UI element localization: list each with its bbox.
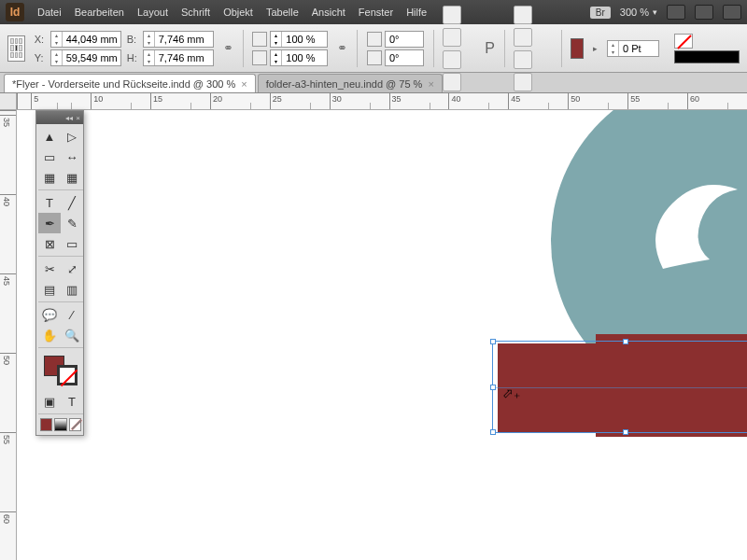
stroke-style-dropdown[interactable] [674,50,740,63]
workspace-icon[interactable] [723,5,741,20]
page-tool[interactable]: ▭ [38,147,61,167]
apply-none-icon[interactable] [69,418,81,431]
rectangle-frame-tool[interactable]: ⊠ [38,233,61,254]
selection-frame [492,341,747,433]
content-placer-tool[interactable]: ▦ [61,167,83,188]
document-tabs: *Flyer - Vorderseite und Rückseite.indd … [0,73,747,93]
selection-tool[interactable]: ▲ [38,126,61,147]
flip-h-icon[interactable] [443,28,461,47]
stroke-weight-field[interactable]: ▴▾ [607,40,659,57]
no-stroke-swatch[interactable] [674,34,693,49]
select-content-icon[interactable] [514,28,532,47]
scissors-tool[interactable]: ✂ [38,259,61,279]
y-field[interactable]: ▴▾ [50,49,121,66]
select-container-icon[interactable] [514,6,532,24]
select-prev-icon[interactable] [514,50,532,69]
link-wh-icon[interactable]: ⚭ [223,34,233,63]
type-tool[interactable]: T [38,192,61,213]
control-panel: X: ▴▾ B: ▴▾ Y: ▴▾ H: ▴▾ ⚭ ▴▾ ▴▾ ⚭ P [0,24,747,73]
rotate-field[interactable] [385,31,424,48]
link-scale-icon[interactable]: ⚭ [337,34,347,63]
x-label: X: [35,34,48,45]
scale-y-icon [252,50,267,65]
ruler-vertical[interactable]: 3540 4550 5560 6570 [0,110,17,560]
pencil-tool[interactable]: ✎ [61,213,83,233]
menu-tabelle[interactable]: Tabelle [266,7,299,18]
menu-bearbeiten[interactable]: Bearbeiten [75,7,124,18]
menu-schrift[interactable]: Schrift [181,7,210,18]
shear-field[interactable] [385,49,424,66]
formatting-container-icon[interactable]: ▣ [38,391,61,412]
ruler-origin[interactable] [0,93,17,110]
menu-datei[interactable]: Datei [37,7,62,18]
canvas[interactable]: ⬀₊ [17,110,747,560]
arrange-icon[interactable] [695,5,713,20]
shear-icon [367,50,382,65]
rotate-cw-icon[interactable] [443,6,461,24]
close-icon[interactable]: × [428,78,433,90]
bridge-button[interactable]: Br [590,7,611,19]
menu-objekt[interactable]: Objekt [223,7,253,18]
formatting-text-icon[interactable]: T [61,391,83,412]
h-field[interactable]: ▴▾ [143,49,214,66]
x-field[interactable]: ▴▾ [50,31,121,48]
zoom-tool[interactable]: 🔍 [61,325,83,345]
w-field[interactable]: ▴▾ [143,31,214,48]
close-icon[interactable]: × [241,78,247,90]
h-label: H: [127,52,140,63]
screen-mode-icon[interactable] [667,5,685,20]
reference-point[interactable] [7,35,25,62]
panel-header[interactable]: ◂◂× [36,111,83,124]
menubar: Id Datei Bearbeiten Layout Schrift Objek… [0,0,747,24]
scale-x-field[interactable]: ▴▾ [270,31,328,48]
gradient-swatch-tool[interactable]: ▤ [38,279,61,300]
flip-v-icon[interactable] [443,73,461,91]
stroke-swatch[interactable] [57,365,78,385]
tab-folder[interactable]: folder-a3-hinten_neu.indd @ 75 %× [258,74,443,92]
hand-tool[interactable]: ✋ [38,325,61,345]
apply-gradient-icon[interactable] [54,418,66,431]
tab-flyer[interactable]: *Flyer - Vorderseite und Rückseite.indd … [4,74,256,92]
scale-y-field[interactable]: ▴▾ [270,49,328,66]
content-collector-tool[interactable]: ▦ [38,167,61,188]
direct-selection-tool[interactable]: ▷ [61,126,83,147]
cursor-icon: ⬀₊ [502,385,520,400]
menu-hilfe[interactable]: Hilfe [406,7,427,18]
fill-color-swatch[interactable] [571,38,584,59]
w-label: B: [127,34,140,45]
rotate-ccw-icon[interactable] [443,50,461,69]
eyedropper-tool[interactable]: ⁄ [61,304,83,325]
menu-ansicht[interactable]: Ansicht [312,7,345,18]
menu-fenster[interactable]: Fenster [359,7,393,18]
zoom-dropdown[interactable]: 300 % [620,7,657,18]
ruler-horizontal[interactable]: 510 1520 2530 3540 4550 5560 [17,93,747,110]
app-logo: Id [6,3,24,21]
rotate-icon [367,32,382,47]
scale-x-icon [252,32,267,47]
logo-swirl [616,138,747,325]
note-tool[interactable]: 💬 [38,304,61,325]
tools-panel[interactable]: ◂◂× ▲ ▷ ▭ ↔ ▦ ▦ T ╱ ✒ ✎ ⊠ ▭ ✂ ⤢ ▤ ▥ 💬 ⁄ … [35,110,84,436]
free-transform-tool[interactable]: ⤢ [61,259,83,279]
pen-tool[interactable]: ✒ [38,213,61,233]
apply-color-icon[interactable] [40,418,52,431]
gap-tool[interactable]: ↔ [61,147,83,167]
y-label: Y: [35,52,48,63]
rectangle-tool[interactable]: ▭ [61,233,83,254]
paragraph-icon[interactable]: P [485,40,495,57]
line-tool[interactable]: ╱ [61,192,83,213]
gradient-feather-tool[interactable]: ▥ [61,279,83,300]
fill-stroke-control[interactable] [42,354,79,387]
menu-layout[interactable]: Layout [137,7,168,18]
select-next-icon[interactable] [514,73,532,91]
